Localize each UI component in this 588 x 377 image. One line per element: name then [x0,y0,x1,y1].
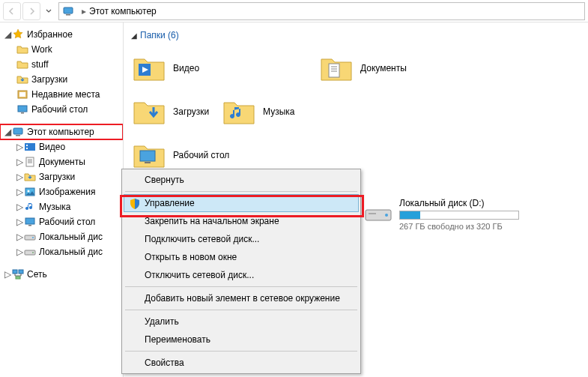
ctx-item-label: Подключить сетевой диск... [145,234,259,244]
caret-down-icon: ◢ [4,29,12,40]
ctx-addnetplace[interactable]: Добавить новый элемент в сетевое окружен… [124,289,359,307]
sidebar-item-label: Локальный дис [39,232,103,242]
sidebar-pc-videos[interactable]: ▷ Видео [0,139,123,154]
svg-rect-3 [19,92,25,97]
caret-right-icon: ▷ [16,247,24,257]
context-menu-separator [125,351,357,352]
downloads-folder-icon [131,94,167,130]
sidebar-pc-localdisk-c[interactable]: ▷ Локальный дис [0,229,123,244]
drive-icon [363,199,393,229]
ctx-manage[interactable]: Управление [124,194,359,212]
folder-label: Документы [360,63,407,73]
sidebar-item-label: Видео [39,142,65,152]
svg-rect-29 [369,213,376,214]
caret-right-icon: ▷ [16,157,24,167]
svg-rect-9 [26,145,28,146]
sidebar-fav-downloads[interactable]: Загрузки [0,72,123,87]
svg-point-28 [385,214,388,217]
folder-downloads[interactable]: Загрузки [131,90,221,133]
address-bar-row: ▸ Этот компьютер [0,0,588,22]
sidebar-favorites[interactable]: ◢ Избранное [0,27,123,42]
caret-right-icon: ▷ [4,269,12,280]
svg-rect-11 [26,157,34,166]
folder-icon [16,43,28,55]
svg-rect-20 [13,270,17,274]
ctx-collapse[interactable]: Свернуть [124,171,359,189]
ctx-rename[interactable]: Переименовать [124,331,359,349]
svg-point-17 [32,237,34,238]
sidebar-item-label: Изображения [39,187,95,197]
breadcrumb-separator-icon: ▸ [82,6,86,16]
sidebar-item-label: Музыка [39,202,70,212]
videos-folder-icon [131,50,167,86]
pictures-icon [24,186,36,198]
sidebar-pc-localdisk-d[interactable]: ▷ Локальный дис [0,244,123,259]
drive-local-d[interactable]: Локальный диск (D:) 267 ГБ свободно из 3… [363,198,558,231]
svg-rect-10 [26,148,28,149]
svg-rect-1 [66,14,70,16]
sidebar-pc-documents[interactable]: ▷ Документы [0,154,123,169]
recent-locations-dropdown[interactable] [42,2,55,20]
svg-rect-14 [25,218,34,224]
back-button[interactable] [3,2,21,20]
sidebar-fav-recent[interactable]: Недавние места [0,87,123,102]
svg-rect-22 [16,277,20,279]
caret-right-icon: ▷ [16,232,24,242]
sidebar-pc-pictures[interactable]: ▷ Изображения [0,184,123,199]
ctx-item-label: Переименовать [145,334,210,345]
sidebar-fav-work[interactable]: Work [0,42,123,57]
recent-places-icon [16,88,28,100]
ctx-delete[interactable]: Удалить [124,313,359,331]
drive-label: Локальный диск (D:) [399,198,519,208]
ctx-item-label: Свойства [145,358,184,368]
forward-button[interactable] [22,2,40,20]
sidebar-fav-desktop[interactable]: Рабочий стол [0,102,123,117]
sidebar-this-pc[interactable]: ◢ Этот компьютер [0,124,123,139]
folder-icon [16,58,28,70]
address-bar[interactable]: ▸ Этот компьютер [58,2,585,20]
network-icon [12,268,24,280]
arrow-right-icon [27,7,36,16]
videos-icon [24,141,36,153]
folder-videos[interactable]: Видео [131,46,318,90]
documents-folder-icon [318,50,354,86]
sidebar-item-label: Документы [39,157,85,167]
desktop-folder-icon [131,137,167,173]
desktop-icon [16,103,28,115]
ctx-disconnect[interactable]: Отключить сетевой диск... [124,266,359,284]
sidebar-item-label: Рабочий стол [31,104,88,115]
context-menu-separator [125,191,357,192]
svg-point-19 [32,252,34,253]
drive-icon [24,231,36,243]
context-menu-separator [125,310,357,310]
this-pc-icon [12,126,24,138]
folder-documents[interactable]: Документы [318,46,506,90]
sidebar-pc-downloads[interactable]: ▷ Загрузки [0,169,123,184]
context-menu: Свернуть Управление Закрепить на начальн… [121,169,361,374]
music-icon [24,201,36,213]
svg-rect-6 [13,128,22,134]
folder-music[interactable]: Музыка [221,90,408,133]
caret-down-icon: ◢ [4,127,12,137]
svg-rect-26 [145,162,151,163]
sidebar-fav-stuff[interactable]: stuff [0,57,123,72]
caret-right-icon: ▷ [16,172,24,182]
ctx-properties[interactable]: Свойства [124,354,359,372]
ctx-mapdrive[interactable]: Подключить сетевой диск... [124,230,359,248]
desktop-icon [24,216,36,228]
caret-right-icon: ▷ [16,217,24,227]
svg-rect-7 [16,135,20,136]
chevron-down-icon [46,9,52,13]
sidebar-network[interactable]: ▷ Сеть [0,267,123,282]
breadcrumb-this-pc[interactable]: Этот компьютер [89,6,157,16]
folders-section-header[interactable]: ◢ Папки (6) [131,30,588,40]
ctx-item-label: Свернуть [145,175,184,185]
ctx-newwindow[interactable]: Открыть в новом окне [124,248,359,266]
context-menu-separator [125,286,357,287]
sidebar-pc-desktop[interactable]: ▷ Рабочий стол [0,214,123,229]
sidebar-pc-music[interactable]: ▷ Музыка [0,199,123,214]
sidebar-network-label: Сеть [27,269,47,280]
ctx-pin[interactable]: Закрепить на начальном экране [124,212,359,230]
svg-rect-0 [64,7,73,13]
folder-label: Загрузки [173,106,209,117]
